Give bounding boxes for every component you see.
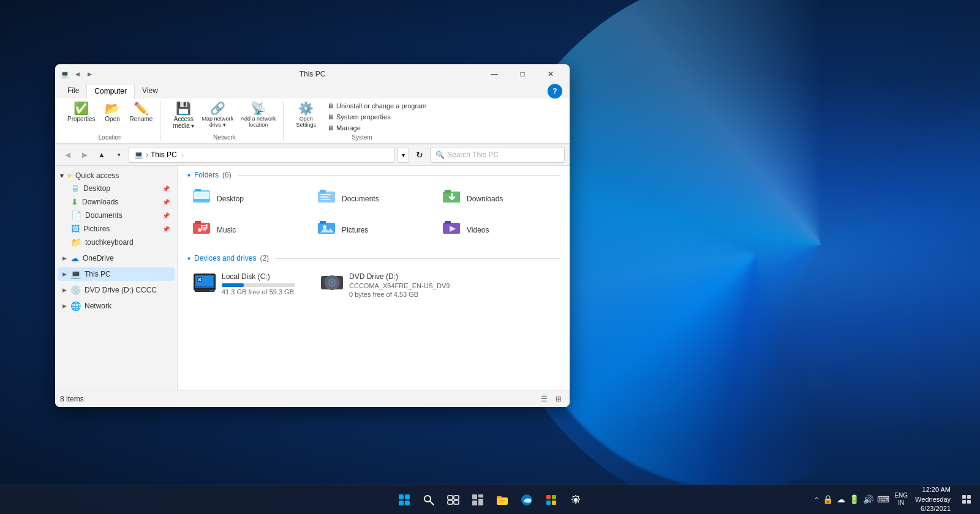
path-text: This PC <box>151 151 177 159</box>
widgets-button[interactable] <box>467 489 489 511</box>
downloads-folder-label: Downloads <box>467 195 503 203</box>
ribbon-group-location: ✅ Properties 📂 Open ✏️ Rename Location <box>60 101 160 141</box>
sidebar-item-touchkeyboard[interactable]: 📁 touchkeyboard <box>58 236 175 249</box>
svg-rect-51 <box>497 496 502 499</box>
system-props-button[interactable]: 🖥 System properties <box>323 112 430 122</box>
sidebar-item-onedrive[interactable]: ▶ ☁ OneDrive <box>58 251 175 265</box>
this-pc-label: This PC <box>85 270 170 278</box>
open-settings-button[interactable]: ⚙️ Open Settings <box>293 101 318 129</box>
search-box[interactable]: 🔍 Search This PC <box>430 147 565 163</box>
clock[interactable]: 12:20 AM Wednesday 6/23/2021 <box>910 485 956 513</box>
manage-button[interactable]: 🖥 Manage <box>323 123 430 133</box>
svg-rect-56 <box>552 495 556 499</box>
folder-item-pictures[interactable]: Pictures <box>312 215 435 244</box>
tab-view[interactable]: View <box>135 84 165 99</box>
svg-rect-57 <box>546 501 551 505</box>
list-view-button[interactable]: ☰ <box>538 393 550 405</box>
date-display-2: 6/23/2021 <box>915 504 951 513</box>
sidebar-item-this-pc[interactable]: ▶ 💻 This PC <box>58 267 175 281</box>
folder-item-documents[interactable]: Documents <box>312 184 435 213</box>
drives-grid: Local Disk (C:) 41.3 GB free of 59.3 GB <box>187 267 560 305</box>
sidebar-item-dvd[interactable]: ▶ 💿 DVD Drive (D:) CCCC <box>58 283 175 297</box>
system-group-label: System <box>352 134 372 141</box>
onedrive-icon: ☁ <box>70 253 79 263</box>
folder-item-desktop[interactable]: Desktop <box>187 184 310 213</box>
svg-rect-63 <box>967 500 971 504</box>
sidebar: ▾ ★ Quick access 🖥 Desktop 📌 ⬇ Downloads… <box>55 166 178 390</box>
help-button[interactable]: ? <box>548 84 562 99</box>
drives-section-header[interactable]: ▾ Devices and drives (2) <box>187 254 560 263</box>
sidebar-item-pictures[interactable]: 🖼 Pictures 📌 <box>58 222 175 236</box>
forward-button[interactable]: ▶ <box>77 147 92 162</box>
folders-section-header[interactable]: ▾ Folders (6) <box>187 171 560 179</box>
store-button[interactable] <box>540 489 562 511</box>
onedrive-group: ▶ ☁ OneDrive <box>55 250 177 266</box>
system-props-label: System properties <box>336 113 391 121</box>
dvd-drive-name: DVD Drive (D:) <box>349 272 450 281</box>
expand-icon-3: ▶ <box>62 287 67 293</box>
quick-access-group: ▾ ★ Quick access 🖥 Desktop 📌 ⬇ Downloads… <box>55 168 177 250</box>
lock-icon: 🔒 <box>823 494 833 504</box>
minimize-button[interactable]: — <box>480 64 508 84</box>
notification-button[interactable] <box>958 491 975 508</box>
chevron-icon[interactable]: ⌃ <box>814 496 819 503</box>
address-bar: ◀ ▶ ▲ ▾ 💻 › This PC › ▾ ↻ 🔍 Search This … <box>55 144 570 166</box>
quick-access-header[interactable]: ▾ ★ Quick access <box>55 169 177 182</box>
up-button[interactable]: ▲ <box>94 147 109 162</box>
access-media-button[interactable]: 💾 Access media ▾ <box>170 101 197 130</box>
access-media-icon: 💾 <box>176 102 191 114</box>
svg-line-41 <box>430 501 434 505</box>
sidebar-item-desktop[interactable]: 🖥 Desktop 📌 <box>58 182 175 195</box>
sidebar-item-network[interactable]: ▶ 🌐 Network <box>58 299 175 313</box>
maximize-button[interactable]: □ <box>508 64 537 84</box>
sidebar-item-downloads[interactable]: ⬇ Downloads 📌 <box>58 195 175 209</box>
svg-rect-29 <box>209 290 213 291</box>
ribbon-content: ✅ Properties 📂 Open ✏️ Rename Location <box>55 99 570 144</box>
open-button[interactable]: 📂 Open <box>100 101 125 124</box>
ribbon-tabs: File Computer View ? <box>55 84 570 99</box>
touchkeyboard-label: touchkeyboard <box>85 238 170 247</box>
edge-button[interactable] <box>516 489 538 511</box>
titlebar: 💻 ◀ ▶ This PC — □ ✕ <box>55 64 570 84</box>
svg-rect-8 <box>320 199 330 200</box>
local-disk-bar-bg <box>222 283 295 287</box>
address-dropdown[interactable]: ▾ <box>397 147 409 163</box>
folder-item-downloads[interactable]: Downloads <box>437 184 560 213</box>
titlebar-icons: 💻 ◀ ▶ <box>60 69 94 79</box>
tab-computer[interactable]: Computer <box>86 84 135 99</box>
volume-icon[interactable]: 🔊 <box>863 494 873 504</box>
ribbon-location-items: ✅ Properties 📂 Open ✏️ Rename <box>65 101 155 124</box>
folder-item-music[interactable]: Music <box>187 215 310 244</box>
back-button[interactable]: ◀ <box>60 147 75 162</box>
refresh-button[interactable]: ↻ <box>412 147 428 163</box>
task-view-button[interactable] <box>442 489 464 511</box>
svg-rect-19 <box>320 221 326 224</box>
close-button[interactable]: ✕ <box>537 64 565 84</box>
grid-view-button[interactable]: ⊞ <box>552 393 565 405</box>
address-path[interactable]: 💻 › This PC › <box>129 147 394 163</box>
ribbon-group-system: ⚙️ Open Settings 🖥 Uninstall or change a… <box>288 101 435 141</box>
taskbar: ⌃ 🔒 ☁ 🔋 🔊 ⌨ ENG IN 12:20 AM Wednesday 6/… <box>0 485 980 514</box>
time-display: 12:20 AM <box>915 485 951 494</box>
ribbon-network-items: 💾 Access media ▾ 🔗 Map network drive ▾ 📡… <box>170 101 278 130</box>
sidebar-item-documents[interactable]: 📄 Documents 📌 <box>58 209 175 222</box>
svg-rect-44 <box>448 501 453 504</box>
drive-item-d[interactable]: DVD Drive (D:) CCCOMA_X64FRE_EN-US_DV9 0… <box>315 267 454 305</box>
tab-file[interactable]: File <box>60 84 86 99</box>
svg-rect-38 <box>399 501 404 505</box>
folder-item-videos[interactable]: Videos <box>437 215 560 244</box>
rename-button[interactable]: ✏️ Rename <box>127 101 156 124</box>
battery-icon: 🔋 <box>849 494 859 504</box>
uninstall-button[interactable]: 🖥 Uninstall or change a program <box>323 101 430 111</box>
properties-button[interactable]: ✅ Properties <box>65 101 98 124</box>
file-explorer-taskbar-button[interactable] <box>491 489 513 511</box>
open-settings-label: Open Settings <box>296 116 316 128</box>
search-button[interactable] <box>418 489 440 511</box>
map-network-button[interactable]: 🔗 Map network drive ▾ <box>199 101 236 129</box>
drive-item-c[interactable]: Local Disk (C:) 41.3 GB free of 59.3 GB <box>187 267 310 305</box>
downloads-folder-icon <box>442 188 462 209</box>
recent-button[interactable]: ▾ <box>111 147 126 162</box>
settings-taskbar-button[interactable] <box>565 489 587 511</box>
add-network-button[interactable]: 📡 Add a network location <box>238 101 279 129</box>
start-button[interactable] <box>393 489 415 511</box>
